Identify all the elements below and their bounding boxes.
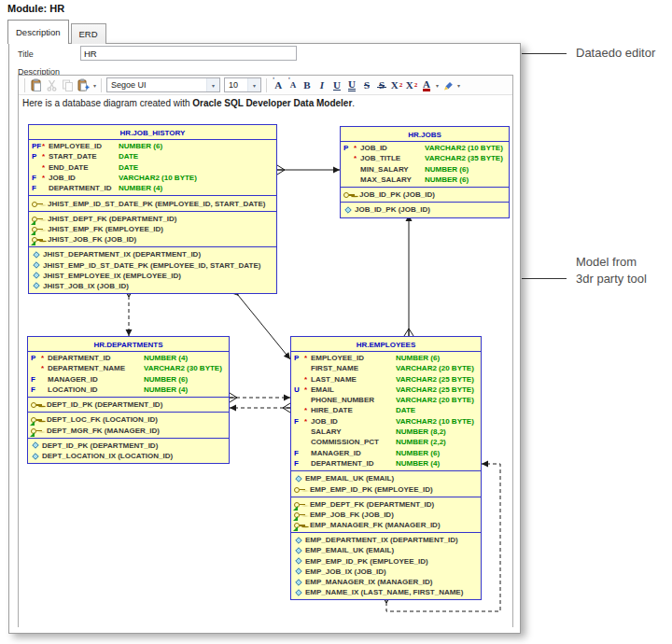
- italic-button[interactable]: I: [315, 77, 329, 93]
- chevron-down-icon[interactable]: ▾: [247, 78, 260, 91]
- key-name: EMP_NAME_IX (LAST_NAME, FIRST_NAME): [305, 588, 463, 596]
- description-canvas[interactable]: Here is a database diagram created with …: [19, 95, 512, 627]
- column-name: EMPLOYEE_ID: [49, 141, 119, 151]
- key-name: EMP_JOB_IX (JOB_ID): [305, 567, 386, 576]
- shrink-font-button[interactable]: 'A: [285, 77, 300, 93]
- er-key-row: DEPT_ID_PK (DEPARTMENT_ID): [28, 399, 229, 410]
- paste-special-icon[interactable]: [76, 77, 91, 93]
- required-star: [304, 448, 311, 458]
- er-key-row: EMP_EMAIL_UK (EMAIL): [291, 473, 481, 483]
- er-column-row: MAX_SALARYNUMBER (6): [341, 175, 509, 185]
- column-type: DATE: [119, 151, 276, 161]
- index-icon: [32, 453, 39, 460]
- dropdown-caret-icon[interactable]: ▾: [434, 82, 441, 89]
- er-column-row: FLOCATION_IDNUMBER (4): [28, 385, 229, 395]
- key-marker: P: [31, 353, 41, 363]
- toolbar-separator: [266, 78, 267, 92]
- column-name: JOB_ID: [360, 143, 425, 153]
- index-icon: [33, 272, 40, 279]
- dropdown-caret-icon[interactable]: ▾: [91, 82, 98, 89]
- column-type: NUMBER (6): [425, 164, 509, 175]
- tab-description[interactable]: Description: [7, 20, 69, 44]
- foreign-key-icon: [32, 225, 44, 233]
- double-strikethrough-button[interactable]: S: [374, 77, 389, 93]
- column-type: VARCHAR2 (20 BYTE): [396, 363, 481, 373]
- key-name: EMP_DEPARTMENT_IX (DEPARTMENT_ID): [305, 536, 458, 544]
- column-name: HIRE_DATE: [311, 405, 396, 415]
- er-table-title: HR.DEPARTMENTS: [28, 337, 229, 352]
- key-name: EMP_EMAIL_UK (EMAIL): [305, 546, 394, 554]
- copy-icon[interactable]: [60, 77, 76, 93]
- index-icon: [33, 283, 40, 290]
- column-type: NUMBER (2,2): [396, 437, 481, 447]
- required-star: [354, 164, 360, 175]
- required-star: [354, 175, 360, 185]
- highlight-button[interactable]: [441, 77, 455, 93]
- grow-font-button[interactable]: 'A: [270, 77, 285, 93]
- er-column-row: P*EMPLOYEE_IDNUMBER (6): [291, 353, 481, 363]
- er-key-row: JHIST_EMP_ID_ST_DATE_PK (EMPLOYEE_ID, ST…: [29, 259, 276, 270]
- column-type: NUMBER (6): [425, 175, 509, 185]
- er-table-hr-employees[interactable]: HR.EMPLOYEESP*EMPLOYEE_IDNUMBER (6)FIRST…: [290, 336, 482, 600]
- bold-button[interactable]: B: [300, 77, 315, 93]
- er-column-row: PHONE_NUMBERVARCHAR2 (20 BYTE): [291, 395, 481, 405]
- annotation-text-line: Dataedo editor: [576, 45, 655, 62]
- er-key-row: EMP_DEPARTMENT_IX (DEPARTMENT_ID): [291, 535, 481, 545]
- er-key-row: DEPT_ID_PK (DEPARTMENT_ID): [28, 441, 229, 451]
- er-table-hr-jobs[interactable]: HR.JOBSP*JOB_IDVARCHAR2 (10 BYTE)*JOB_TI…: [340, 126, 510, 218]
- column-name: MIN_SALARY: [360, 164, 425, 175]
- index-icon: [295, 579, 302, 586]
- chevron-down-icon[interactable]: ▾: [206, 78, 219, 91]
- column-name: EMAIL: [311, 385, 396, 395]
- double-underline-button[interactable]: U: [344, 77, 359, 93]
- column-type: NUMBER (4): [144, 385, 229, 395]
- page-title: Module: HR: [7, 3, 64, 14]
- er-table-hr-departments[interactable]: HR.DEPARTMENTSP*DEPARTMENT_IDNUMBER (4)*…: [27, 336, 230, 464]
- er-column-row: *HIRE_DATEDATE: [291, 405, 481, 415]
- er-column-row: FMANAGER_IDNUMBER (6): [28, 374, 229, 385]
- er-table-hr-job-history[interactable]: HR.JOB_HISTORYPF*EMPLOYEE_IDNUMBER (6)P*…: [28, 124, 277, 294]
- font-color-button[interactable]: A: [419, 77, 434, 93]
- key-name: EMP_DEPT_FK (DEPARTMENT_ID): [310, 500, 434, 509]
- tab-erd[interactable]: ERD: [71, 23, 106, 44]
- cut-icon[interactable]: [44, 77, 60, 93]
- underline-button[interactable]: U: [329, 77, 344, 93]
- primary-key-icon: [294, 485, 306, 494]
- required-star: [41, 385, 48, 395]
- er-key-section: JOB_ID_PK (JOB_ID): [341, 202, 509, 217]
- key-name: EMP_JOB_FK (JOB_ID): [310, 511, 394, 519]
- er-key-row: EMP_EMP_ID_PK (EMPLOYEE_ID): [291, 483, 481, 494]
- er-key-section: DEPT_ID_PK (DEPARTMENT_ID): [28, 397, 229, 412]
- required-star: [41, 374, 48, 385]
- annotation-text-line: Model from: [576, 254, 647, 271]
- er-key-section: EMP_EMAIL_UK (EMAIL)EMP_EMP_ID_PK (EMPLO…: [291, 470, 481, 496]
- strikethrough-button[interactable]: S: [359, 77, 374, 93]
- column-name: PHONE_NUMBER: [311, 395, 396, 405]
- column-type: VARCHAR2 (30 BYTE): [144, 363, 229, 373]
- column-name: START_DATE: [49, 151, 119, 161]
- model-source-label: Model from3dr party tool: [576, 254, 647, 287]
- toolbar-separator: [24, 78, 25, 92]
- column-type: VARCHAR2 (25 BYTE): [396, 374, 481, 385]
- er-columns: P*DEPARTMENT_IDNUMBER (4)*DEPARTMENT_NAM…: [28, 352, 229, 397]
- key-marker: [32, 162, 42, 173]
- superscript-button[interactable]: X2: [389, 77, 404, 93]
- font-family-select[interactable]: Segoe UI▾: [106, 77, 220, 92]
- key-name: JOB_ID_PK (JOB_ID): [359, 190, 435, 199]
- index-icon: [33, 261, 40, 269]
- required-star: *: [42, 151, 49, 161]
- key-marker: [294, 374, 304, 385]
- er-key-row: JHIST_JOB_FK (JOB_ID): [29, 234, 276, 245]
- richtext-toolbar: ▾Segoe UI▾10▾'A'ABIUUSSX2X2A▾▾: [19, 76, 512, 95]
- dropdown-caret-icon[interactable]: ▾: [455, 82, 462, 89]
- key-marker: F: [31, 374, 41, 385]
- title-input[interactable]: [80, 46, 297, 61]
- required-star: *: [304, 416, 311, 427]
- font-size-select[interactable]: 10▾: [224, 77, 261, 92]
- foreign-key-icon: [31, 427, 43, 435]
- annotation-text-line: 3dr party tool: [576, 271, 647, 287]
- er-column-row: FDEPARTMENT_IDNUMBER (4): [291, 458, 481, 469]
- paste-icon[interactable]: [28, 77, 44, 93]
- subscript-button[interactable]: X2: [404, 77, 419, 93]
- index-icon: [295, 537, 302, 544]
